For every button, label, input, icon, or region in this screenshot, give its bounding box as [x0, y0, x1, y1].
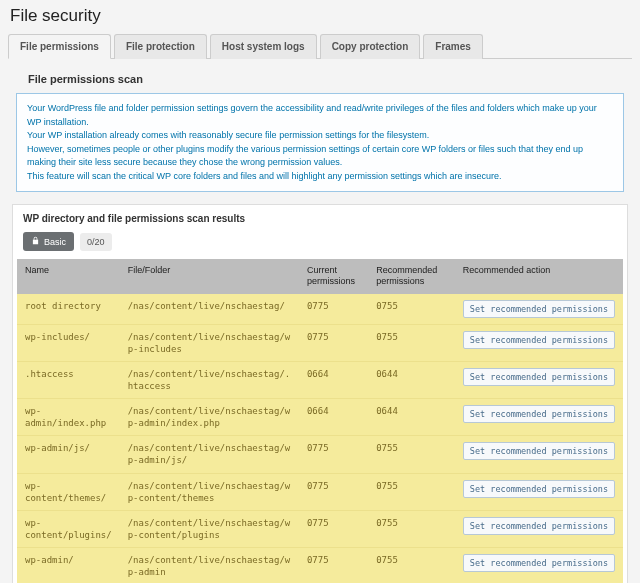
cell-path: /nas/content/live/nschaestag/.htaccess: [120, 361, 299, 398]
cell-path: /nas/content/live/nschaestag/wp-content/…: [120, 473, 299, 510]
cell-path: /nas/content/live/nschaestag/wp-content/…: [120, 510, 299, 547]
set-recommended-button[interactable]: Set recommended permissions: [463, 554, 615, 572]
cell-current: 0775: [299, 510, 368, 547]
cell-action: Set recommended permissions: [455, 399, 623, 436]
cell-current: 0664: [299, 399, 368, 436]
cell-recommended: 0755: [368, 294, 455, 325]
cell-current: 0775: [299, 548, 368, 583]
results-panel: WP directory and file permissions scan r…: [12, 204, 628, 583]
cell-recommended: 0644: [368, 399, 455, 436]
info-line: Your WP installation already comes with …: [27, 129, 613, 143]
cell-path: /nas/content/live/nschaestag/wp-includes: [120, 324, 299, 361]
cell-current: 0775: [299, 324, 368, 361]
tab-host-system-logs[interactable]: Host system logs: [210, 34, 317, 59]
table-row: wp-admin/index.php/nas/content/live/nsch…: [17, 399, 623, 436]
cell-path: /nas/content/live/nschaestag/: [120, 294, 299, 325]
set-recommended-button[interactable]: Set recommended permissions: [463, 300, 615, 318]
tab-copy-protection[interactable]: Copy protection: [320, 34, 421, 59]
basic-button[interactable]: Basic: [23, 232, 74, 251]
cell-name: wp-admin/js/: [17, 436, 120, 473]
cell-path: /nas/content/live/nschaestag/wp-admin: [120, 548, 299, 583]
col-file-folder[interactable]: File/Folder: [120, 259, 299, 294]
set-recommended-button[interactable]: Set recommended permissions: [463, 480, 615, 498]
cell-path: /nas/content/live/nschaestag/wp-admin/js…: [120, 436, 299, 473]
basic-button-label: Basic: [44, 237, 66, 247]
tabs-bar: File permissionsFile protectionHost syst…: [8, 34, 632, 59]
tab-frames[interactable]: Frames: [423, 34, 483, 59]
table-row: .htaccess/nas/content/live/nschaestag/.h…: [17, 361, 623, 398]
tab-file-permissions[interactable]: File permissions: [8, 34, 111, 59]
info-box: Your WordPress file and folder permissio…: [16, 93, 624, 192]
table-row: root directory/nas/content/live/nschaest…: [17, 294, 623, 325]
lock-icon: [31, 236, 40, 247]
cell-recommended: 0644: [368, 361, 455, 398]
scan-heading: File permissions scan: [28, 73, 630, 85]
cell-recommended: 0755: [368, 473, 455, 510]
table-row: wp-admin/js//nas/content/live/nschaestag…: [17, 436, 623, 473]
count-badge: 0/20: [80, 233, 112, 251]
cell-recommended: 0755: [368, 510, 455, 547]
set-recommended-button[interactable]: Set recommended permissions: [463, 517, 615, 535]
col-current[interactable]: Current permissions: [299, 259, 368, 294]
cell-name: wp-admin/: [17, 548, 120, 583]
cell-current: 0664: [299, 361, 368, 398]
page-title: File security: [10, 6, 632, 26]
results-toolbar: Basic 0/20: [13, 232, 627, 259]
cell-action: Set recommended permissions: [455, 294, 623, 325]
cell-name: wp-content/plugins/: [17, 510, 120, 547]
cell-path: /nas/content/live/nschaestag/wp-admin/in…: [120, 399, 299, 436]
col-action[interactable]: Recommended action: [455, 259, 623, 294]
cell-recommended: 0755: [368, 548, 455, 583]
cell-name: wp-content/themes/: [17, 473, 120, 510]
info-line: However, sometimes people or other plugi…: [27, 143, 613, 170]
cell-action: Set recommended permissions: [455, 324, 623, 361]
set-recommended-button[interactable]: Set recommended permissions: [463, 405, 615, 423]
cell-action: Set recommended permissions: [455, 436, 623, 473]
info-line: This feature will scan the critical WP c…: [27, 170, 613, 184]
set-recommended-button[interactable]: Set recommended permissions: [463, 331, 615, 349]
cell-name: wp-admin/index.php: [17, 399, 120, 436]
col-recommended[interactable]: Recommended permissions: [368, 259, 455, 294]
cell-action: Set recommended permissions: [455, 510, 623, 547]
table-header-row: Name File/Folder Current permissions Rec…: [17, 259, 623, 294]
cell-action: Set recommended permissions: [455, 473, 623, 510]
results-heading: WP directory and file permissions scan r…: [13, 205, 627, 232]
table-row: wp-admin//nas/content/live/nschaestag/wp…: [17, 548, 623, 583]
cell-name: wp-includes/: [17, 324, 120, 361]
cell-recommended: 0755: [368, 436, 455, 473]
info-line: Your WordPress file and folder permissio…: [27, 102, 613, 129]
cell-recommended: 0755: [368, 324, 455, 361]
table-row: wp-content/themes//nas/content/live/nsch…: [17, 473, 623, 510]
cell-action: Set recommended permissions: [455, 548, 623, 583]
cell-current: 0775: [299, 473, 368, 510]
cell-current: 0775: [299, 294, 368, 325]
cell-action: Set recommended permissions: [455, 361, 623, 398]
cell-name: root directory: [17, 294, 120, 325]
table-row: wp-includes//nas/content/live/nschaestag…: [17, 324, 623, 361]
results-table: Name File/Folder Current permissions Rec…: [17, 259, 623, 583]
cell-name: .htaccess: [17, 361, 120, 398]
tab-file-protection[interactable]: File protection: [114, 34, 207, 59]
set-recommended-button[interactable]: Set recommended permissions: [463, 442, 615, 460]
set-recommended-button[interactable]: Set recommended permissions: [463, 368, 615, 386]
col-name[interactable]: Name: [17, 259, 120, 294]
table-row: wp-content/plugins//nas/content/live/nsc…: [17, 510, 623, 547]
cell-current: 0775: [299, 436, 368, 473]
